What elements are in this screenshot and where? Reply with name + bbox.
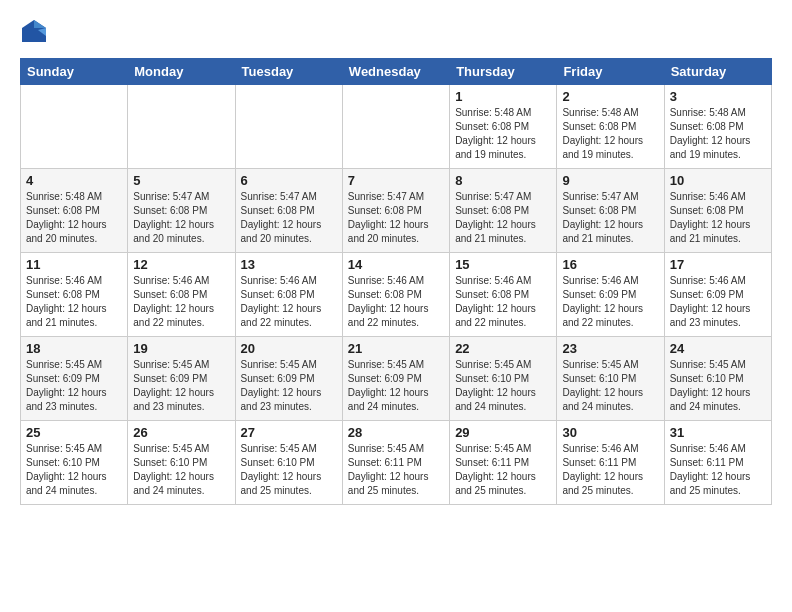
day-cell: 18Sunrise: 5:45 AM Sunset: 6:09 PM Dayli…: [21, 337, 128, 421]
day-cell: 22Sunrise: 5:45 AM Sunset: 6:10 PM Dayli…: [450, 337, 557, 421]
day-number: 25: [26, 425, 122, 440]
day-info: Sunrise: 5:46 AM Sunset: 6:11 PM Dayligh…: [562, 442, 658, 498]
day-number: 24: [670, 341, 766, 356]
day-number: 26: [133, 425, 229, 440]
day-info: Sunrise: 5:45 AM Sunset: 6:09 PM Dayligh…: [133, 358, 229, 414]
day-info: Sunrise: 5:45 AM Sunset: 6:10 PM Dayligh…: [133, 442, 229, 498]
day-number: 19: [133, 341, 229, 356]
day-number: 30: [562, 425, 658, 440]
day-number: 20: [241, 341, 337, 356]
day-number: 23: [562, 341, 658, 356]
day-cell: 19Sunrise: 5:45 AM Sunset: 6:09 PM Dayli…: [128, 337, 235, 421]
day-cell: 29Sunrise: 5:45 AM Sunset: 6:11 PM Dayli…: [450, 421, 557, 505]
weekday-header-tuesday: Tuesday: [235, 59, 342, 85]
day-info: Sunrise: 5:47 AM Sunset: 6:08 PM Dayligh…: [241, 190, 337, 246]
day-cell: 21Sunrise: 5:45 AM Sunset: 6:09 PM Dayli…: [342, 337, 449, 421]
day-info: Sunrise: 5:45 AM Sunset: 6:10 PM Dayligh…: [562, 358, 658, 414]
day-cell: 14Sunrise: 5:46 AM Sunset: 6:08 PM Dayli…: [342, 253, 449, 337]
day-info: Sunrise: 5:46 AM Sunset: 6:08 PM Dayligh…: [348, 274, 444, 330]
day-number: 12: [133, 257, 229, 272]
header: [20, 18, 772, 46]
day-cell: 16Sunrise: 5:46 AM Sunset: 6:09 PM Dayli…: [557, 253, 664, 337]
day-info: Sunrise: 5:45 AM Sunset: 6:09 PM Dayligh…: [241, 358, 337, 414]
day-cell: [128, 85, 235, 169]
day-cell: 15Sunrise: 5:46 AM Sunset: 6:08 PM Dayli…: [450, 253, 557, 337]
logo-icon: [20, 18, 48, 46]
day-number: 31: [670, 425, 766, 440]
day-cell: 7Sunrise: 5:47 AM Sunset: 6:08 PM Daylig…: [342, 169, 449, 253]
day-number: 17: [670, 257, 766, 272]
day-info: Sunrise: 5:45 AM Sunset: 6:09 PM Dayligh…: [348, 358, 444, 414]
day-number: 13: [241, 257, 337, 272]
day-cell: 11Sunrise: 5:46 AM Sunset: 6:08 PM Dayli…: [21, 253, 128, 337]
day-cell: 3Sunrise: 5:48 AM Sunset: 6:08 PM Daylig…: [664, 85, 771, 169]
day-number: 3: [670, 89, 766, 104]
day-number: 14: [348, 257, 444, 272]
day-number: 7: [348, 173, 444, 188]
day-info: Sunrise: 5:46 AM Sunset: 6:08 PM Dayligh…: [455, 274, 551, 330]
day-cell: 25Sunrise: 5:45 AM Sunset: 6:10 PM Dayli…: [21, 421, 128, 505]
svg-marker-1: [34, 20, 46, 28]
day-info: Sunrise: 5:45 AM Sunset: 6:10 PM Dayligh…: [26, 442, 122, 498]
day-number: 22: [455, 341, 551, 356]
day-number: 15: [455, 257, 551, 272]
day-number: 16: [562, 257, 658, 272]
week-row-1: 1Sunrise: 5:48 AM Sunset: 6:08 PM Daylig…: [21, 85, 772, 169]
day-number: 21: [348, 341, 444, 356]
day-number: 9: [562, 173, 658, 188]
day-number: 18: [26, 341, 122, 356]
day-info: Sunrise: 5:45 AM Sunset: 6:11 PM Dayligh…: [455, 442, 551, 498]
day-info: Sunrise: 5:48 AM Sunset: 6:08 PM Dayligh…: [670, 106, 766, 162]
day-number: 8: [455, 173, 551, 188]
day-info: Sunrise: 5:45 AM Sunset: 6:10 PM Dayligh…: [455, 358, 551, 414]
weekday-header-monday: Monday: [128, 59, 235, 85]
day-info: Sunrise: 5:45 AM Sunset: 6:11 PM Dayligh…: [348, 442, 444, 498]
weekday-header-sunday: Sunday: [21, 59, 128, 85]
day-info: Sunrise: 5:48 AM Sunset: 6:08 PM Dayligh…: [26, 190, 122, 246]
day-cell: 4Sunrise: 5:48 AM Sunset: 6:08 PM Daylig…: [21, 169, 128, 253]
day-cell: 13Sunrise: 5:46 AM Sunset: 6:08 PM Dayli…: [235, 253, 342, 337]
calendar-header: SundayMondayTuesdayWednesdayThursdayFrid…: [21, 59, 772, 85]
day-number: 2: [562, 89, 658, 104]
day-number: 27: [241, 425, 337, 440]
weekday-header-saturday: Saturday: [664, 59, 771, 85]
day-cell: 24Sunrise: 5:45 AM Sunset: 6:10 PM Dayli…: [664, 337, 771, 421]
day-info: Sunrise: 5:46 AM Sunset: 6:11 PM Dayligh…: [670, 442, 766, 498]
day-info: Sunrise: 5:46 AM Sunset: 6:09 PM Dayligh…: [562, 274, 658, 330]
day-cell: 20Sunrise: 5:45 AM Sunset: 6:09 PM Dayli…: [235, 337, 342, 421]
calendar: SundayMondayTuesdayWednesdayThursdayFrid…: [20, 58, 772, 505]
day-cell: [235, 85, 342, 169]
week-row-5: 25Sunrise: 5:45 AM Sunset: 6:10 PM Dayli…: [21, 421, 772, 505]
day-number: 4: [26, 173, 122, 188]
day-cell: 5Sunrise: 5:47 AM Sunset: 6:08 PM Daylig…: [128, 169, 235, 253]
week-row-3: 11Sunrise: 5:46 AM Sunset: 6:08 PM Dayli…: [21, 253, 772, 337]
logo: [20, 18, 52, 46]
day-info: Sunrise: 5:48 AM Sunset: 6:08 PM Dayligh…: [455, 106, 551, 162]
day-cell: 12Sunrise: 5:46 AM Sunset: 6:08 PM Dayli…: [128, 253, 235, 337]
weekday-header-thursday: Thursday: [450, 59, 557, 85]
day-info: Sunrise: 5:46 AM Sunset: 6:08 PM Dayligh…: [670, 190, 766, 246]
weekday-row: SundayMondayTuesdayWednesdayThursdayFrid…: [21, 59, 772, 85]
day-info: Sunrise: 5:46 AM Sunset: 6:08 PM Dayligh…: [26, 274, 122, 330]
day-info: Sunrise: 5:47 AM Sunset: 6:08 PM Dayligh…: [455, 190, 551, 246]
day-info: Sunrise: 5:46 AM Sunset: 6:08 PM Dayligh…: [241, 274, 337, 330]
day-info: Sunrise: 5:45 AM Sunset: 6:10 PM Dayligh…: [670, 358, 766, 414]
day-cell: 23Sunrise: 5:45 AM Sunset: 6:10 PM Dayli…: [557, 337, 664, 421]
day-cell: [342, 85, 449, 169]
day-cell: 8Sunrise: 5:47 AM Sunset: 6:08 PM Daylig…: [450, 169, 557, 253]
day-info: Sunrise: 5:47 AM Sunset: 6:08 PM Dayligh…: [562, 190, 658, 246]
day-cell: 27Sunrise: 5:45 AM Sunset: 6:10 PM Dayli…: [235, 421, 342, 505]
day-cell: 1Sunrise: 5:48 AM Sunset: 6:08 PM Daylig…: [450, 85, 557, 169]
day-number: 28: [348, 425, 444, 440]
page: SundayMondayTuesdayWednesdayThursdayFrid…: [0, 0, 792, 523]
day-cell: 9Sunrise: 5:47 AM Sunset: 6:08 PM Daylig…: [557, 169, 664, 253]
day-info: Sunrise: 5:45 AM Sunset: 6:09 PM Dayligh…: [26, 358, 122, 414]
day-info: Sunrise: 5:48 AM Sunset: 6:08 PM Dayligh…: [562, 106, 658, 162]
day-info: Sunrise: 5:46 AM Sunset: 6:09 PM Dayligh…: [670, 274, 766, 330]
day-cell: 10Sunrise: 5:46 AM Sunset: 6:08 PM Dayli…: [664, 169, 771, 253]
day-number: 10: [670, 173, 766, 188]
day-cell: 28Sunrise: 5:45 AM Sunset: 6:11 PM Dayli…: [342, 421, 449, 505]
day-number: 1: [455, 89, 551, 104]
day-cell: 2Sunrise: 5:48 AM Sunset: 6:08 PM Daylig…: [557, 85, 664, 169]
calendar-body: 1Sunrise: 5:48 AM Sunset: 6:08 PM Daylig…: [21, 85, 772, 505]
